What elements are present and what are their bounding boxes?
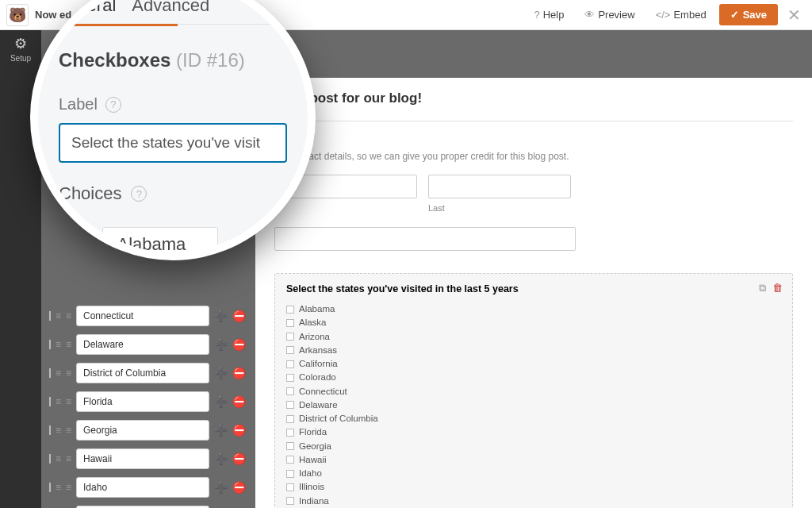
checkbox-icon — [286, 333, 294, 341]
setup-label: Setup — [0, 54, 41, 63]
default-checkbox[interactable] — [49, 454, 51, 464]
remove-choice-icon[interactable]: ⛔ — [232, 452, 246, 465]
duplicate-icon[interactable]: ⧉ — [759, 282, 766, 294]
remove-choice-icon[interactable]: ⛔ — [232, 338, 246, 351]
checkbox-option-label: Florida — [299, 425, 327, 439]
save-button[interactable]: ✓Save — [719, 4, 778, 25]
checkbox-option[interactable]: Idaho — [286, 467, 781, 480]
checkbox-option[interactable]: District of Columbia — [286, 412, 781, 425]
checkbox-option[interactable]: California — [286, 357, 781, 371]
drag-handle-icon[interactable]: ≡ — [56, 425, 61, 436]
default-checkbox[interactable] — [49, 397, 51, 406]
choice-row: ≡≡➕⛔ — [49, 363, 239, 383]
checkbox-option-label: Delaware — [299, 398, 338, 412]
default-checkbox[interactable] — [49, 483, 51, 492]
checkboxes-label: Select the states you've visited in the … — [286, 283, 781, 294]
last-name-field[interactable] — [428, 175, 571, 198]
checkbox-option[interactable]: Hawaii — [286, 453, 781, 467]
remove-choice-icon[interactable]: ⛔ — [232, 395, 246, 408]
default-checkbox[interactable] — [49, 368, 51, 378]
choice-text-input[interactable] — [76, 448, 209, 469]
checkbox-option[interactable]: Illinois — [286, 480, 781, 494]
now-editing-label: Now ed — [35, 9, 71, 21]
menu-icon[interactable]: ≡ — [66, 453, 71, 464]
choice-text-input[interactable] — [76, 420, 209, 441]
menu-icon[interactable]: ≡ — [66, 339, 71, 350]
menu-icon[interactable]: ≡ — [66, 425, 71, 436]
choice-text-input[interactable] — [76, 391, 209, 412]
default-checkbox[interactable] — [49, 425, 51, 435]
add-choice-icon[interactable]: ➕ — [214, 424, 228, 437]
checkbox-icon — [286, 429, 294, 437]
checkbox-icon — [286, 346, 294, 354]
form-title: mit a post for our blog! — [274, 90, 793, 106]
drag-handle-icon[interactable]: ≡ — [56, 339, 61, 350]
remove-choice-icon[interactable]: ⛔ — [232, 310, 246, 322]
checkbox-option[interactable]: Arizona — [286, 330, 781, 344]
checkbox-option-label: Hawaii — [299, 453, 327, 467]
drag-handle-icon[interactable]: ≡ — [56, 368, 61, 379]
choice-text-input[interactable] — [76, 363, 209, 383]
default-checkbox[interactable] — [49, 311, 51, 321]
checkbox-option-label: Illinois — [299, 480, 324, 494]
drag-handle-icon[interactable]: ≡ — [56, 482, 61, 493]
checkbox-option-label: Indiana — [299, 495, 329, 508]
add-choice-icon[interactable]: ➕ — [214, 310, 228, 322]
drag-handle-icon[interactable]: ≡ — [56, 453, 61, 464]
text-field[interactable] — [274, 227, 576, 251]
checkbox-option[interactable]: Colorado — [286, 371, 781, 384]
choice-text-input[interactable] — [76, 306, 209, 326]
tab-advanced[interactable]: Advanced — [127, 0, 220, 16]
trash-icon[interactable]: 🗑 — [772, 282, 783, 294]
checkbox-option[interactable]: Alaska — [286, 316, 781, 329]
checkbox-option[interactable]: Florida — [286, 425, 781, 439]
checkbox-icon — [286, 401, 294, 409]
add-choice-icon[interactable]: ➕ — [214, 367, 228, 379]
help-link[interactable]: ?Help — [526, 4, 572, 25]
menu-icon[interactable]: ≡ — [66, 482, 71, 493]
checkboxes-options: AlabamaAlaskaArizonaArkansasCaliforniaCo… — [286, 302, 781, 508]
checkbox-option[interactable]: Connecticut — [286, 385, 781, 398]
add-choice-icon[interactable]: ➕ — [214, 395, 228, 408]
default-checkbox[interactable] — [49, 340, 51, 349]
checkbox-icon — [286, 306, 294, 314]
preview-label: Preview — [598, 9, 634, 21]
menu-icon[interactable]: ≡ — [66, 310, 71, 321]
checkbox-option[interactable]: Alabama — [286, 302, 781, 316]
drag-handle-icon[interactable]: ≡ — [56, 396, 61, 407]
label-input[interactable]: Select the states you've visit — [59, 123, 287, 163]
checkbox-option[interactable]: Indiana — [286, 495, 781, 508]
remove-choice-icon[interactable]: ⛔ — [232, 481, 246, 494]
checkbox-icon — [286, 387, 294, 395]
checkbox-option-label: Alabama — [299, 302, 335, 316]
remove-choice-icon[interactable]: ⛔ — [232, 424, 246, 437]
checkbox-option-label: Colorado — [299, 371, 336, 384]
checkbox-option-label: Arkansas — [299, 344, 337, 357]
help-icon[interactable]: ? — [131, 186, 147, 202]
menu-icon[interactable]: ≡ — [66, 396, 71, 407]
choice-text-input[interactable] — [76, 477, 209, 498]
gear-icon[interactable]: ⚙ — [0, 35, 41, 52]
checkbox-icon — [286, 470, 294, 478]
checkboxes-field-preview[interactable]: Select the states you've visited in the … — [274, 273, 793, 508]
choice-row: ≡≡➕⛔ — [49, 420, 239, 441]
remove-choice-icon[interactable]: ⛔ — [232, 367, 246, 379]
menu-icon[interactable]: ≡ — [66, 368, 71, 379]
checkbox-option[interactable]: Delaware — [286, 398, 781, 412]
add-choice-icon[interactable]: ➕ — [214, 338, 228, 351]
help-icon[interactable]: ? — [105, 97, 121, 113]
choice-text-input[interactable] — [76, 334, 209, 355]
choices-option-label: Choices — [59, 183, 121, 204]
check-icon: ✓ — [730, 9, 739, 21]
embed-button[interactable]: </>Embed — [648, 4, 714, 25]
add-choice-icon[interactable]: ➕ — [214, 481, 228, 494]
add-choice-icon[interactable]: ➕ — [214, 452, 228, 465]
drag-handle-icon[interactable]: ≡ — [56, 310, 61, 321]
checkbox-icon — [286, 374, 294, 382]
checkbox-option[interactable]: Georgia — [286, 440, 781, 453]
close-button[interactable]: ✕ — [783, 6, 806, 25]
checkbox-option-label: Arizona — [299, 330, 330, 344]
choice-row: ≡≡➕⛔ — [49, 306, 239, 326]
preview-button[interactable]: 👁Preview — [576, 4, 642, 25]
checkbox-option[interactable]: Arkansas — [286, 344, 781, 357]
